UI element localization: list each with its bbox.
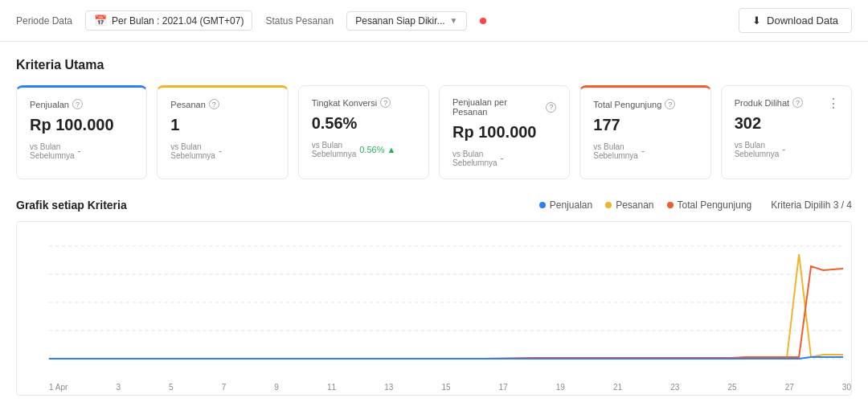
chevron-down-icon: ▼ xyxy=(450,16,458,25)
kpi-card-tingkat-konversi: Tingkat Konversi ? 0.56% vs BulanSebelum… xyxy=(298,85,429,179)
x-label-5: 5 xyxy=(169,383,174,392)
help-icon-penjualan[interactable]: ? xyxy=(72,99,83,109)
kpi-compare-produk-dilihat: vs BulanSebelumnya - xyxy=(735,141,838,158)
kpi-value-penjualan-per-pesanan: Rp 100.000 xyxy=(452,123,556,142)
x-label-30: 30 xyxy=(842,383,851,392)
period-value: Per Bulan : 2021.04 (GMT+07) xyxy=(112,15,244,27)
kpi-compare-pesanan: vs BulanSebelumnya - xyxy=(170,142,274,160)
legend-dot-total-pengunjung xyxy=(667,202,674,208)
x-label-17: 17 xyxy=(499,383,508,392)
kpi-row: Penjualan ? Rp 100.000 vs BulanSebelumny… xyxy=(16,85,852,179)
x-axis-labels: 1 Apr 3 5 7 9 11 13 15 17 19 21 23 25 27… xyxy=(17,381,851,395)
kpi-title-produk-dilihat: Produk Dilihat ? xyxy=(735,97,838,108)
help-icon-tingkat-konversi[interactable]: ? xyxy=(380,97,391,108)
chart-line-total-pengunjung xyxy=(49,266,843,359)
chart-header: Grafik setiap Kriteria Penjualan Pesanan… xyxy=(16,199,852,212)
main-content: Kriteria Utama Penjualan ? Rp 100.000 vs… xyxy=(0,42,868,404)
kpi-value-pesanan: 1 xyxy=(170,116,274,134)
period-label: Periode Data xyxy=(16,15,72,27)
kpi-card-penjualan: Penjualan ? Rp 100.000 vs BulanSebelumny… xyxy=(16,85,147,179)
kpi-value-tingkat-konversi: 0.56% xyxy=(312,114,416,133)
legend-dot-pesanan xyxy=(605,202,612,208)
kpi-card-penjualan-per-pesanan: Penjualan per Pesanan ? Rp 100.000 vs Bu… xyxy=(439,85,570,179)
chart-svg xyxy=(17,222,851,383)
status-dropdown[interactable]: Pesanan Siap Dikir... ▼ xyxy=(346,11,466,31)
kpi-compare-total-pengunjung: vs BulanSebelumnya - xyxy=(593,142,697,160)
calendar-icon: 📅 xyxy=(94,14,107,27)
download-icon: ⬇ xyxy=(752,14,761,27)
legend-label-total-pengunjung: Total Pengunjung xyxy=(678,199,752,211)
kpi-title-penjualan-per-pesanan: Penjualan per Pesanan ? xyxy=(452,97,556,117)
legend-label-penjualan: Penjualan xyxy=(550,199,592,211)
trend-up-icon: 0.56% ▲ xyxy=(359,145,395,154)
x-label-1: 1 Apr xyxy=(49,383,68,392)
kpi-compare-penjualan-per-pesanan: vs BulanSebelumnya - xyxy=(452,150,556,167)
x-label-7: 7 xyxy=(222,383,227,392)
x-label-11: 11 xyxy=(327,383,336,392)
header-bar: Periode Data 📅 Per Bulan : 2021.04 (GMT+… xyxy=(0,0,868,42)
criteria-label: Kriteria Dipilih 3 / 4 xyxy=(771,199,852,211)
x-label-9: 9 xyxy=(274,383,279,392)
kpi-card-produk-dilihat: ⋮ Produk Dilihat ? 302 vs BulanSebelumny… xyxy=(721,85,852,179)
kpi-compare-tingkat-konversi: vs BulanSebelumnya 0.56% ▲ xyxy=(312,141,416,158)
x-label-15: 15 xyxy=(441,383,450,392)
kpi-title-penjualan: Penjualan ? xyxy=(30,99,133,109)
chart-line-pesanan xyxy=(49,254,843,359)
section-title: Kriteria Utama xyxy=(16,58,852,72)
x-label-23: 23 xyxy=(670,383,679,392)
help-icon-produk-dilihat[interactable]: ? xyxy=(792,97,803,108)
kpi-value-penjualan: Rp 100.000 xyxy=(30,116,133,134)
kpi-compare-penjualan: vs BulanSebelumnya - xyxy=(30,142,133,160)
chart-legend: Penjualan Pesanan Total Pengunjung Krite… xyxy=(539,199,852,211)
x-label-25: 25 xyxy=(727,383,736,392)
legend-item-penjualan: Penjualan xyxy=(539,199,592,211)
help-icon-total-pengunjung[interactable]: ? xyxy=(665,99,675,109)
kpi-title-pesanan: Pesanan ? xyxy=(170,99,274,109)
legend-item-total-pengunjung: Total Pengunjung xyxy=(667,199,752,211)
download-label: Download Data xyxy=(767,14,838,27)
kpi-value-produk-dilihat: 302 xyxy=(735,114,838,133)
card-menu-icon[interactable]: ⋮ xyxy=(827,96,841,111)
period-badge[interactable]: 📅 Per Bulan : 2021.04 (GMT+07) xyxy=(85,10,252,31)
x-label-13: 13 xyxy=(384,383,393,392)
status-label: Status Pesanan xyxy=(265,15,334,27)
kpi-title-total-pengunjung: Total Pengunjung ? xyxy=(593,99,697,109)
chart-container: 1 Apr 3 5 7 9 11 13 15 17 19 21 23 25 27… xyxy=(16,221,852,396)
download-button[interactable]: ⬇ Download Data xyxy=(739,8,852,33)
legend-item-pesanan: Pesanan xyxy=(605,199,653,211)
legend-label-pesanan: Pesanan xyxy=(616,199,653,211)
kpi-title-tingkat-konversi: Tingkat Konversi ? xyxy=(312,97,416,108)
help-icon-penjualan-per-pesanan[interactable]: ? xyxy=(546,102,556,113)
status-value: Pesanan Siap Dikir... xyxy=(355,15,444,27)
status-dot-indicator xyxy=(480,18,486,24)
x-label-21: 21 xyxy=(613,383,622,392)
kpi-card-pesanan: Pesanan ? 1 vs BulanSebelumnya - xyxy=(157,85,288,179)
help-icon-pesanan[interactable]: ? xyxy=(209,99,219,109)
x-label-19: 19 xyxy=(556,383,565,392)
chart-title: Grafik setiap Kriteria xyxy=(16,199,127,212)
kpi-card-total-pengunjung: Total Pengunjung ? 177 vs BulanSebelumny… xyxy=(579,85,710,179)
x-label-27: 27 xyxy=(785,383,794,392)
x-label-3: 3 xyxy=(116,383,121,392)
kpi-value-total-pengunjung: 177 xyxy=(593,116,697,134)
legend-dot-penjualan xyxy=(539,202,546,208)
